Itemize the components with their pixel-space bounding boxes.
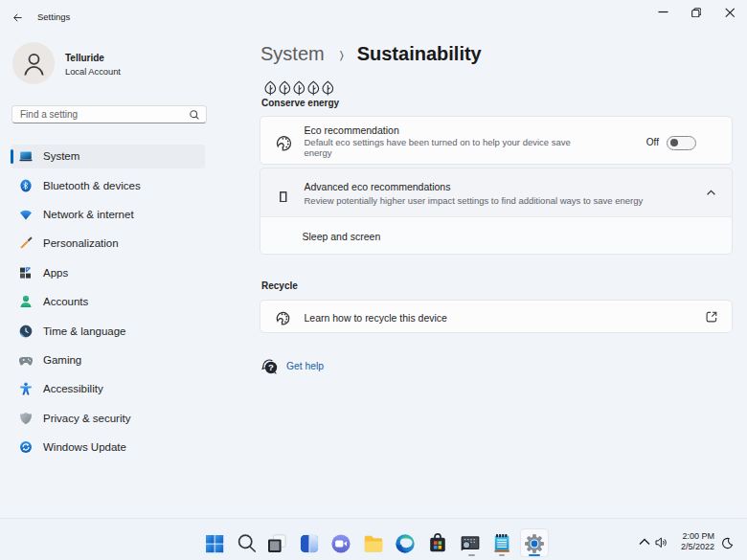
svg-text:?: ? (268, 362, 274, 372)
